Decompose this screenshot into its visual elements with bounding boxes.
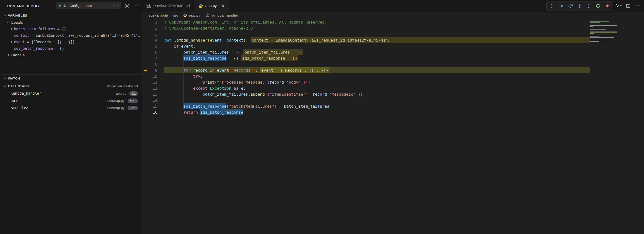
code-token[interactable]: : [308, 91, 312, 97]
code-line-10[interactable]: 10 try: [142, 73, 644, 79]
stack-frame-row[interactable]: mainbootstrap.py60:1 [0, 97, 142, 104]
code-token[interactable]: " [306, 79, 308, 85]
split-editor-button[interactable] [626, 3, 630, 8]
variables-section-header[interactable]: VARIABLES [0, 11, 142, 19]
code-token[interactable]: [ [284, 79, 286, 85]
code-token[interactable]: . [248, 91, 250, 97]
code-token[interactable]: record [270, 79, 284, 85]
run-python-file-button[interactable] [615, 3, 622, 8]
more-actions-icon[interactable]: ⋯ [635, 3, 640, 8]
more-actions-icon[interactable]: ⋯ [133, 3, 138, 8]
gutter[interactable]: 5 [142, 43, 164, 49]
code-token[interactable]: batch_item_failures [184, 49, 229, 55]
breadcrumb-folder[interactable]: src [173, 13, 178, 17]
gutter[interactable]: 6 [142, 49, 164, 55]
gutter[interactable]: 14 [142, 97, 164, 103]
watch-section-header[interactable]: WATCH [0, 75, 142, 82]
code-line-content[interactable]: sqs_batch_response["batchItemFailures"] … [164, 103, 590, 109]
code-line-16[interactable]: 16 return sqs_batch_response [142, 109, 644, 115]
code-token[interactable]: { [267, 91, 270, 97]
code-line-12[interactable]: 12 except Exception as e: [142, 85, 644, 91]
code-line-7[interactable]: 7 sqs_batch_response = {}sqs_batch_respo… [142, 55, 644, 61]
code-line-2[interactable]: 2# SPDX-License-Identifier: Apache-2.0 [142, 25, 644, 31]
code-token[interactable]: # Copyright Amazon.com, Inc. or its affi… [164, 19, 327, 25]
code-token[interactable]: in [208, 67, 217, 73]
code-token[interactable]: ( [265, 91, 267, 97]
code-token[interactable]: def [164, 37, 174, 43]
code-token[interactable]: Exception [210, 85, 231, 91]
start-debug-icon[interactable] [58, 4, 62, 8]
code-line-4[interactable]: 4def lambda_handler(event, context):cont… [142, 37, 644, 43]
debug-config-dropdown[interactable]: No Configurations [56, 2, 121, 9]
code-token[interactable]: ) [360, 91, 363, 97]
gutter[interactable]: 1 [142, 19, 164, 25]
gutter[interactable]: 3 [142, 31, 164, 37]
code-token[interactable]: ] [253, 67, 255, 73]
line-number[interactable]: 11 [153, 79, 158, 85]
code-token[interactable]: [ [327, 91, 330, 97]
variable-row[interactable]: batch_item_failures= [] [0, 26, 142, 32]
gutter[interactable]: 15 [142, 103, 164, 109]
code-line-3[interactable]: 3 [142, 31, 644, 37]
code-line-1[interactable]: 1# Copyright Amazon.com, Inc. or its aff… [142, 19, 644, 25]
code-line-6[interactable]: 6 batch_item_failures = []batch_item_fai… [142, 49, 644, 55]
code-token[interactable]: as [231, 85, 241, 91]
code-line-5[interactable]: 5 if event: [142, 43, 644, 49]
code-token[interactable]: event [181, 43, 193, 49]
gutter[interactable]: 7 [142, 55, 164, 61]
code-token[interactable]: try [193, 73, 200, 79]
breadcrumb-folder[interactable]: sqs-lambda [149, 13, 168, 17]
code-token[interactable]: ( [208, 37, 210, 43]
code-line-content[interactable]: batch_item_failures = []batch_item_failu… [164, 49, 590, 55]
code-token[interactable]: ] [356, 91, 358, 97]
code-token[interactable]: event [217, 67, 229, 73]
scope-locals[interactable]: Locals [0, 19, 142, 26]
gutter[interactable]: 8 [142, 61, 164, 67]
code-token[interactable]: : [243, 85, 246, 91]
gutter[interactable]: 9 [142, 67, 164, 73]
code-token[interactable]: for [184, 67, 193, 73]
line-number[interactable]: 8 [155, 61, 158, 67]
line-number[interactable]: 4 [155, 37, 158, 43]
code-token[interactable]: = [226, 55, 234, 61]
code-line-15[interactable]: 15 sqs_batch_response["batchItemFailures… [142, 103, 644, 109]
code-token[interactable]: "itemIdentifier" [270, 91, 308, 97]
code-line-content[interactable]: # Copyright Amazon.com, Inc. or its affi… [164, 19, 590, 25]
code-token[interactable]: if [174, 43, 181, 49]
line-number[interactable]: 10 [153, 73, 158, 79]
code-token[interactable]: f [217, 79, 220, 85]
code-token[interactable]: 'body' [286, 79, 301, 85]
code-token[interactable]: ( [215, 79, 217, 85]
code-token[interactable]: except [193, 85, 210, 91]
code-line-content[interactable]: def lambda_handler(event, context):conte… [164, 37, 590, 43]
code-token[interactable]: 'messageId' [330, 91, 356, 97]
step-out-button[interactable] [585, 2, 593, 10]
breadcrumb-symbol[interactable]: lambda_handler [205, 13, 238, 17]
code-line-content[interactable]: return sqs_batch_response [164, 109, 590, 115]
code-line-content[interactable]: try: [164, 73, 590, 79]
code-token[interactable]: = [229, 49, 236, 55]
disconnect-button[interactable] [603, 2, 611, 10]
code-token[interactable]: sqs_batch_response [184, 103, 226, 109]
code-token[interactable]: context [226, 37, 243, 43]
gutter[interactable]: 13 [142, 91, 164, 97]
line-number[interactable]: 13 [153, 91, 158, 97]
code-token[interactable]: record [193, 67, 208, 73]
code-token[interactable]: ] [300, 79, 303, 85]
gutter[interactable]: 12 [142, 85, 164, 91]
gear-icon[interactable] [124, 3, 130, 8]
breadcrumb-file[interactable]: app.py [183, 13, 200, 17]
code-token[interactable]: sqs_batch_response [200, 109, 243, 115]
code-line-14[interactable]: 14 [142, 97, 644, 103]
minimap[interactable] [590, 20, 618, 42]
tab-app-py[interactable]: app.py × [194, 0, 228, 11]
code-token[interactable]: {} [234, 55, 238, 61]
line-number[interactable]: 2 [155, 25, 158, 31]
stack-frame-row[interactable]: lambda_handlerapp.py9:1 [0, 90, 142, 97]
code-token[interactable]: event [210, 37, 222, 43]
code-line-content[interactable]: sqs_batch_response = {}sqs_batch_respons… [164, 55, 590, 61]
code-line-content[interactable]: print(f"Processed message: {record['body… [164, 79, 590, 85]
step-over-button[interactable] [566, 2, 575, 10]
code-token[interactable]: lambda_handler [174, 37, 208, 43]
code-token[interactable]: batch_item_failures [203, 91, 248, 97]
